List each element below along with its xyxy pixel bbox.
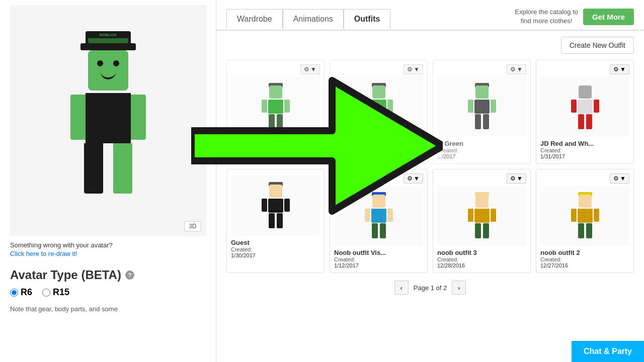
outfit-name-8: noob outfit 2 bbox=[540, 249, 629, 256]
mini-leg-r-6 bbox=[380, 223, 386, 238]
outfit-date-4: 1/31/2017 bbox=[540, 153, 629, 159]
avatar-smile bbox=[101, 72, 116, 79]
help-icon[interactable]: ? bbox=[125, 270, 134, 280]
mini-arm-l-5 bbox=[262, 199, 267, 212]
avatar-type-radio-group: R6 R15 bbox=[10, 287, 206, 298]
radio-r6-input[interactable] bbox=[10, 289, 18, 297]
mini-leg-l-2 bbox=[372, 114, 378, 129]
outfit-card-1-header: ⚙ ▼ bbox=[231, 64, 320, 74]
outfit-date-6: 1/12/2017 bbox=[334, 262, 423, 268]
mini-arm-r-8 bbox=[594, 209, 599, 222]
tabs-bar: Wardrobe Animations Outfits Explore the … bbox=[216, 0, 644, 31]
outfit-preview-7 bbox=[437, 186, 526, 246]
avatar-hat: ROBLOX bbox=[86, 31, 131, 46]
outfit-preview-6 bbox=[334, 186, 423, 246]
mini-arm-r-2 bbox=[387, 100, 393, 113]
outfit-card-6-header: ⚙ ▼ bbox=[334, 173, 423, 184]
avatar-head bbox=[88, 50, 128, 90]
outfit-created-label-3: Created: bbox=[437, 147, 526, 153]
mini-arm-l-8 bbox=[571, 209, 577, 222]
mini-body-1 bbox=[268, 100, 283, 114]
gear-icon-6: ⚙ bbox=[407, 175, 413, 182]
dropdown-icon-1: ▼ bbox=[310, 66, 316, 73]
outfit-card-5: Guest Created: 1/30/2017 bbox=[226, 169, 325, 273]
outfit-gear-button-8[interactable]: ⚙ ▼ bbox=[610, 173, 629, 184]
dropdown-icon-8: ▼ bbox=[620, 175, 626, 182]
mini-leg-r-4 bbox=[586, 114, 592, 129]
outfit-card-3-header: ⚙ ▼ bbox=[437, 64, 526, 74]
mini-arm-l-1 bbox=[262, 100, 267, 113]
outfit-card-7: ⚙ ▼ noob outfit 3 Created: 12/28/2016 bbox=[433, 169, 531, 273]
mini-arm-l-3 bbox=[468, 100, 473, 113]
mini-arm-r-3 bbox=[491, 100, 496, 113]
pagination-page-info: Page 1 of 2 bbox=[414, 284, 447, 292]
outfit-gear-button-7[interactable]: ⚙ ▼ bbox=[507, 173, 526, 184]
avatar-figure: ROBLOX bbox=[58, 40, 158, 201]
gear-icon-7: ⚙ bbox=[510, 175, 516, 182]
outfit-card-4-header: ⚙ ▼ bbox=[540, 64, 629, 74]
pagination-prev-button[interactable]: ‹ bbox=[394, 281, 409, 295]
mini-body-8 bbox=[578, 209, 593, 223]
mini-avatar-1 bbox=[261, 83, 291, 131]
outfits-grid-row2: Guest Created: 1/30/2017 ⚙ ▼ bbox=[216, 169, 644, 273]
outfit-created-label-8: Created: bbox=[540, 256, 629, 262]
tab-animations[interactable]: Animations bbox=[283, 9, 344, 29]
radio-r15-input[interactable] bbox=[42, 289, 50, 297]
mini-arm-l-2 bbox=[365, 100, 370, 113]
pagination-next-button[interactable]: › bbox=[452, 281, 466, 295]
dropdown-icon-4: ▼ bbox=[620, 66, 626, 73]
outfit-gear-button-4[interactable]: ⚙ ▼ bbox=[610, 64, 629, 74]
outfit-card-7-header: ⚙ ▼ bbox=[437, 173, 526, 184]
radio-r15[interactable]: R15 bbox=[42, 287, 69, 298]
outfit-preview-5 bbox=[231, 175, 320, 236]
outfit-gear-button-6[interactable]: ⚙ ▼ bbox=[404, 173, 423, 184]
chat-party-button[interactable]: Chat & Party bbox=[572, 341, 644, 362]
right-panel: Wardrobe Animations Outfits Explore the … bbox=[216, 0, 644, 362]
mini-leg-r-8 bbox=[586, 223, 592, 238]
avatar-arm-right bbox=[128, 95, 146, 140]
mini-arm-l-6 bbox=[365, 209, 370, 222]
gear-icon-2: ⚙ bbox=[407, 66, 413, 73]
mini-leg-r-3 bbox=[483, 114, 489, 129]
outfit-gear-button-3[interactable]: ⚙ ▼ bbox=[507, 64, 526, 74]
radio-r6[interactable]: R6 bbox=[10, 287, 32, 298]
mini-arm-r-6 bbox=[387, 209, 393, 222]
mini-head-8 bbox=[579, 195, 592, 208]
get-more-button[interactable]: Get More bbox=[583, 9, 634, 25]
outfit-card-2: ⚙ ▼ JD Green Created: 2/... bbox=[330, 60, 428, 164]
mini-head-4 bbox=[579, 85, 592, 99]
outfit-name-2: JD Green bbox=[334, 140, 423, 147]
tab-wardrobe[interactable]: Wardrobe bbox=[226, 9, 283, 29]
mini-body-3 bbox=[474, 100, 490, 114]
outfit-preview-3 bbox=[437, 76, 526, 137]
mini-arm-r-7 bbox=[491, 209, 496, 222]
avatar-preview: ROBLOX 3D bbox=[10, 5, 206, 236]
mini-head-6 bbox=[372, 195, 385, 208]
avatar-eye-left bbox=[97, 60, 103, 66]
outfits-grid-row1: ⚙ ▼ Noob Created: 2/... bbox=[216, 60, 644, 164]
3d-badge[interactable]: 3D bbox=[184, 221, 201, 231]
gear-icon-4: ⚙ bbox=[613, 66, 619, 73]
mini-avatar-3 bbox=[467, 83, 497, 131]
outfit-card-4: ⚙ ▼ JD Red and Wh... Created: 1/31/2017 bbox=[536, 60, 634, 164]
mini-arm-l-7 bbox=[468, 209, 473, 222]
outfit-gear-button-2[interactable]: ⚙ ▼ bbox=[404, 64, 423, 74]
dropdown-icon-3: ▼ bbox=[517, 66, 523, 73]
create-outfit-button[interactable]: Create New Outfit bbox=[561, 37, 634, 54]
mini-head-1 bbox=[269, 85, 282, 99]
outfit-card-1: ⚙ ▼ Noob Created: 2/... bbox=[226, 60, 325, 164]
avatar-redraw-link[interactable]: Click here to re-draw it! bbox=[10, 250, 77, 257]
outfit-card-8-header: ⚙ ▼ bbox=[540, 173, 629, 184]
catalog-text-line1: Explore the catalog to bbox=[515, 8, 578, 16]
mini-head-5 bbox=[269, 185, 282, 198]
outfit-gear-button-1[interactable]: ⚙ ▼ bbox=[300, 64, 320, 74]
radio-r15-label: R15 bbox=[53, 287, 69, 298]
avatar-face bbox=[93, 60, 123, 80]
mini-body-4 bbox=[578, 100, 593, 114]
dropdown-icon-6: ▼ bbox=[414, 175, 420, 182]
outfit-date-5: 1/30/2017 bbox=[231, 252, 320, 258]
tab-outfits[interactable]: Outfits bbox=[344, 9, 391, 30]
mini-leg-r-1 bbox=[277, 114, 283, 129]
mini-head-7 bbox=[475, 195, 489, 208]
radio-r6-label: R6 bbox=[21, 287, 32, 298]
